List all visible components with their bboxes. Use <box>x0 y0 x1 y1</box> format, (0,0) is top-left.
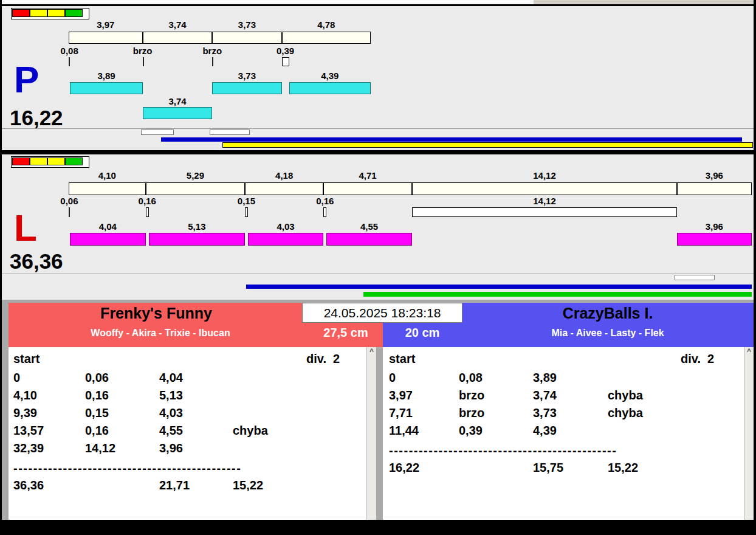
table-cell: chyba <box>233 424 268 438</box>
table-cell: 9,39 <box>13 406 37 420</box>
split-segment <box>69 182 146 195</box>
split-time-label: 3,97 <box>78 19 133 30</box>
table-cell: brzo <box>459 406 484 420</box>
run-bar <box>326 233 412 246</box>
separator-line: ----------------------------------------… <box>13 461 241 475</box>
run-time-label: 5,13 <box>170 221 224 232</box>
run-time-label: 4,55 <box>342 221 397 232</box>
lane-total-time: 36,36 <box>10 250 63 272</box>
progress-bar-blue <box>246 285 752 289</box>
table-cell: 16,22 <box>389 461 419 475</box>
table-cell: 36,36 <box>13 478 44 492</box>
lane-panel-p: P 16,22 3,973,743,734,780,08brzobrzo0,39… <box>2 6 754 150</box>
table-cell: 5,13 <box>159 388 183 402</box>
divider-line <box>2 128 754 129</box>
marker-box <box>210 129 250 135</box>
table-cell: 3,97 <box>389 388 413 402</box>
progress-bar-blue <box>161 137 742 142</box>
separator-line: ----------------------------------------… <box>389 444 617 458</box>
progress-bar-green <box>363 292 752 297</box>
change-marker <box>143 57 144 66</box>
progress-bar-yellow <box>222 142 753 148</box>
run-time-label: 4,04 <box>80 221 135 232</box>
jump-height: 20 cm <box>395 326 450 340</box>
table-header-row: start div. 2 <box>383 352 744 368</box>
datetime-display: 24.05.2025 18:23:18 <box>302 303 462 323</box>
change-time-label: 0,16 <box>120 196 174 206</box>
split-time-label: 4,71 <box>340 170 395 181</box>
results-table-left: start div. 2 ^ 00,064,044,100,165,139,39… <box>9 347 376 520</box>
table-row: 00,083,89 <box>383 371 754 388</box>
split-segment <box>677 182 751 195</box>
change-time-label: brzo <box>185 46 239 56</box>
table-row: 3,97brzo3,74chyba <box>383 388 754 406</box>
split-time-label: 3,74 <box>150 19 205 30</box>
table-cell: 0 <box>13 371 20 385</box>
panel-divider <box>2 150 754 154</box>
run-time-label: 3,96 <box>687 221 741 232</box>
start-label: start <box>13 352 40 366</box>
scroll-up-icon[interactable]: ^ <box>367 347 376 356</box>
window-top-strip <box>2 0 754 5</box>
table-header-row: start div. 2 <box>9 352 366 368</box>
run-bar <box>289 82 371 94</box>
table-row: 32,3914,123,96 <box>9 441 376 459</box>
divider-line <box>2 274 754 274</box>
marker-box <box>675 275 715 280</box>
run-time-label: 4,39 <box>303 71 357 81</box>
table-cell: 4,03 <box>159 406 183 420</box>
change-marker <box>323 207 326 217</box>
run-bar <box>149 233 246 246</box>
table-cell: 15,22 <box>233 478 263 492</box>
table-cell: 15,75 <box>533 461 563 475</box>
traffic-light <box>12 9 30 17</box>
table-cell: 0,16 <box>85 424 109 438</box>
run-time-label: 3,73 <box>219 71 274 81</box>
split-time-label: 14,12 <box>517 170 572 181</box>
run-time-label: 4,03 <box>258 221 313 232</box>
table-cell: 14,12 <box>85 441 115 455</box>
results-table-right: start div. 2 ^ 00,083,893,97brzo3,74chyb… <box>383 347 754 520</box>
table-cell: chyba <box>608 388 643 402</box>
table-total-row: 36,3621,7115,22 <box>9 478 376 496</box>
split-time-label: 4,10 <box>80 170 134 181</box>
results-section: Frenky's Funny Wooffy - Akira - Trixie -… <box>2 300 754 535</box>
jump-height: 27,5 cm <box>309 326 382 340</box>
change-time-label: brzo <box>115 46 170 56</box>
change-time-label: 0,39 <box>258 46 313 56</box>
team-name: CrazyBalls I. <box>462 305 754 322</box>
table-cell: 3,73 <box>533 406 557 420</box>
table-row: 9,390,154,03 <box>9 406 376 424</box>
team-dogs: Mia - Aivee - Lasty - Flek <box>462 328 754 339</box>
table-row: 00,064,04 <box>9 371 376 388</box>
timing-app-window: P 16,22 3,973,743,734,780,08brzobrzo0,39… <box>0 0 756 535</box>
split-time-label: 4,18 <box>257 170 312 181</box>
change-time-label: 0,16 <box>298 196 352 206</box>
lane-letter: P <box>14 61 39 98</box>
table-cell: 21,71 <box>159 478 190 492</box>
table-cell: 4,10 <box>13 388 37 402</box>
change-time-label: 0,08 <box>42 46 97 56</box>
split-segment <box>212 32 281 44</box>
split-time-label: 5,29 <box>168 170 222 181</box>
change-marker <box>245 207 248 217</box>
change-marker <box>69 207 70 217</box>
table-row: 4,100,165,13 <box>9 388 376 406</box>
traffic-light <box>12 157 30 165</box>
scroll-up-icon[interactable]: ^ <box>744 347 754 356</box>
table-cell: 3,89 <box>533 371 557 385</box>
lane-panel-l: L 36,36 4,105,294,184,7114,123,960,060,1… <box>2 154 754 300</box>
traffic-light <box>47 9 65 17</box>
table-cell: 0,39 <box>459 424 483 438</box>
run-bar <box>143 107 213 119</box>
run-bar <box>212 82 281 94</box>
change-marker <box>282 57 289 66</box>
table-total-row: 16,2215,7515,22 <box>383 461 754 478</box>
split-segment <box>323 182 412 195</box>
division-label: div. 2 <box>681 352 714 366</box>
team-dogs: Wooffy - Akira - Trixie - Ibucan <box>9 328 312 339</box>
table-cell: 13,57 <box>13 424 44 438</box>
traffic-light <box>65 9 83 17</box>
table-cell: 4,04 <box>159 371 183 385</box>
table-cell: 0,06 <box>85 371 109 385</box>
